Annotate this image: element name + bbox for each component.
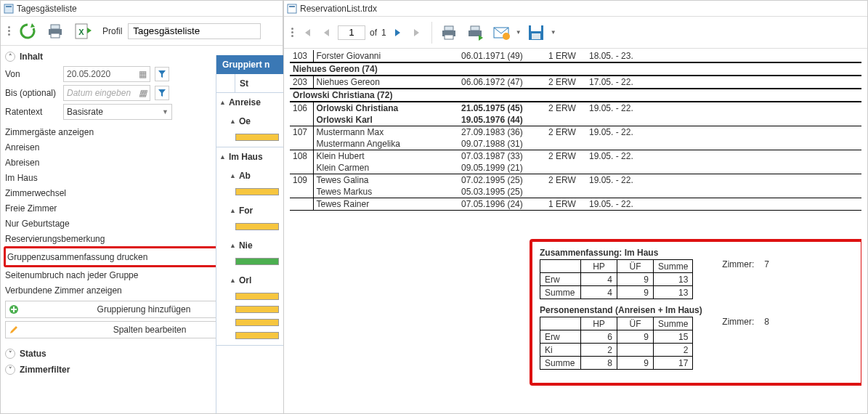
calendar-icon: ▦ (139, 88, 147, 98)
toggle-label: Reservierungsbemerkung (5, 234, 105, 244)
filter-button[interactable] (155, 86, 169, 100)
refresh-button[interactable] (15, 19, 40, 44)
table-row: Mustermann Angelika09.07.1988 (31) (290, 138, 861, 150)
triangle-icon: ▲ (230, 172, 236, 179)
page-number-input[interactable] (338, 25, 365, 40)
grid-subgroup-row[interactable]: ▲Orl (216, 271, 284, 290)
svg-rect-12 (445, 35, 453, 39)
grip-icon[interactable] (288, 28, 296, 37)
toggle-label: Gruppenzusammenfassung drucken (7, 252, 147, 262)
chevron-down-icon: ▼ (162, 108, 169, 115)
table-row: Tewes Rainer07.05.1996 (24)1 ERW19.05. -… (290, 198, 861, 211)
bis-date-input[interactable]: Datum eingeben ▦ (63, 85, 150, 101)
table-row: 203Niehues Gereon06.06.1972 (47)2 ERW17.… (290, 76, 861, 89)
toggle-label: Abreisen (5, 158, 39, 168)
summary-title: Personenenstand (Anreisen + Im Haus) (540, 305, 853, 315)
settings-window: Tagesgästeliste X Profil ˄ Inhalt Von 20… (0, 0, 283, 414)
status-bar (235, 306, 279, 313)
of-label: of (370, 28, 377, 38)
data-grid: Gruppiert n St ▲Anreise ▲Oe ▲Im Haus ▲Ab… (216, 55, 284, 413)
save-button[interactable] (524, 20, 548, 45)
grid-subgroup-row[interactable]: ▲Nie (216, 236, 284, 255)
triangle-icon: ▲ (230, 207, 236, 214)
summary-title: Zusammenfassung: Im Haus (540, 248, 853, 258)
filter-button[interactable] (155, 67, 169, 81)
von-label: Von (5, 69, 63, 79)
send-mail-button[interactable] (489, 20, 514, 45)
status-bar (235, 319, 279, 326)
chevron-down-icon[interactable]: ▼ (515, 29, 522, 36)
table-row: Tewes Markus05.03.1995 (25) (290, 186, 861, 198)
svg-rect-1 (6, 6, 12, 7)
svg-rect-13 (469, 31, 482, 36)
chevron-down-icon: ˅ (5, 349, 15, 359)
summary-table-2: HPÜFSummeErw6915Ki22Summe8917 (540, 317, 693, 370)
table-row: 106Orlowski Christiana21.05.1975 (45)2 E… (290, 102, 861, 114)
table-row: Klein Carmen09.05.1999 (21) (290, 162, 861, 174)
export-excel-button[interactable]: X (70, 19, 95, 44)
bis-label: Bis (optional) (5, 88, 63, 98)
table-row: Niehues Gereon (74) (290, 62, 861, 76)
left-toolbar: X Profil (1, 17, 283, 46)
next-page-button[interactable] (388, 23, 407, 42)
summary-table-1: HPÜFSummeErw4913Summe4913 (540, 259, 693, 299)
report-page: 103Forster Giovanni06.01.1971 (49)1 ERW1… (290, 50, 861, 413)
chevron-up-icon: ˄ (5, 52, 15, 62)
svg-rect-19 (532, 33, 540, 39)
svg-text:X: X (78, 28, 84, 36)
grid-subgroup-row[interactable]: ▲Oe (216, 112, 284, 131)
report-icon (287, 4, 297, 14)
window-titlebar: ReservationList.trdx (284, 1, 867, 17)
calendar-icon: ▦ (139, 69, 147, 79)
total-pages: 1 (381, 28, 386, 38)
raten-label: Ratentext (5, 107, 63, 117)
table-row: 109Tewes Galina07.02.1995 (25)2 ERW19.05… (290, 174, 861, 187)
first-page-button[interactable] (297, 23, 316, 42)
grid-group-header: Gruppiert n (216, 55, 284, 74)
svg-rect-8 (288, 4, 296, 13)
status-bar (235, 134, 279, 141)
grid-subgroup-row[interactable]: ▲Ab (216, 166, 284, 185)
print-button[interactable] (43, 19, 68, 44)
zimmer-count: Zimmer:8 (722, 317, 769, 327)
status-bar (235, 258, 279, 265)
status-bar (235, 188, 279, 195)
svg-rect-4 (51, 33, 60, 38)
print-direct-button[interactable] (463, 20, 487, 45)
toggle-label: Zimmerwechsel (5, 188, 66, 198)
toggle-label: Anreisen (5, 142, 39, 153)
ratentext-select[interactable]: Basisrate ▼ (63, 104, 172, 120)
svg-rect-11 (445, 26, 453, 31)
guest-table: 103Forster Giovanni06.01.1971 (49)1 ERW1… (290, 50, 861, 211)
svg-rect-18 (531, 25, 541, 31)
status-bar (235, 332, 279, 339)
svg-rect-3 (51, 25, 60, 29)
table-row: 103Forster Giovanni06.01.1971 (49)1 ERW1… (290, 50, 861, 62)
grid-group-row[interactable]: ▲Anreise (216, 93, 284, 112)
zimmer-count: Zimmer:7 (722, 259, 769, 269)
table-row: 107Mustermann Max27.09.1983 (36)2 ERW19.… (290, 126, 861, 139)
table-row: Orlowski Christiana (72) (290, 89, 861, 102)
window-titlebar: Tagesgästeliste (1, 1, 283, 17)
window-title: ReservationList.trdx (300, 1, 377, 17)
toggle-label: Seitenumbruch nach jeder Gruppe (5, 270, 138, 280)
chevron-down-icon[interactable]: ▼ (550, 29, 557, 36)
grid-group-row[interactable]: ▲Im Haus (216, 147, 284, 166)
toggle-label: Verbundene Zimmer anzeigen (5, 285, 122, 296)
report-toolbar: of 1 ▼ ▼ (284, 17, 867, 49)
triangle-icon: ▲ (230, 242, 236, 249)
svg-rect-9 (289, 6, 295, 7)
grip-icon[interactable] (5, 26, 12, 36)
status-bar (235, 293, 279, 300)
grid-subgroup-row[interactable]: ▲For (216, 201, 284, 220)
pencil-icon (6, 325, 22, 335)
triangle-icon: ▲ (230, 277, 236, 284)
last-page-button[interactable] (408, 23, 427, 42)
report-window: ReservationList.trdx of 1 ▼ ▼ 103Forster… (283, 0, 868, 414)
plus-icon (6, 304, 22, 314)
svg-point-16 (503, 33, 510, 40)
profil-input[interactable] (128, 23, 261, 39)
von-date-input[interactable]: 20.05.2020 ▦ (63, 66, 150, 82)
print-button[interactable] (437, 20, 461, 45)
prev-page-button[interactable] (317, 23, 336, 42)
